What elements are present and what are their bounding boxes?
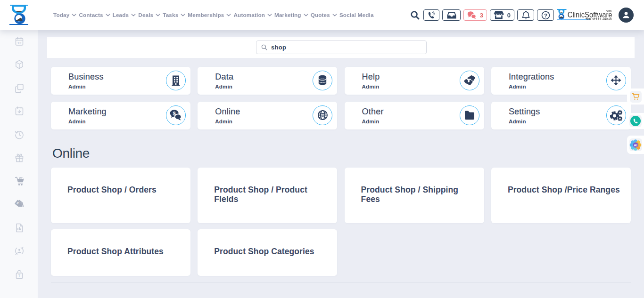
- svg-text:$: $: [173, 111, 176, 116]
- svg-text:?: ?: [544, 12, 547, 18]
- svg-text:12: 12: [17, 41, 21, 45]
- svg-text:AI: AI: [634, 143, 637, 147]
- svg-text:.com: .com: [605, 9, 611, 13]
- svg-text:T: T: [18, 274, 21, 277]
- svg-text:TEN STEPS AHEAD: TEN STEPS AHEAD: [586, 18, 612, 21]
